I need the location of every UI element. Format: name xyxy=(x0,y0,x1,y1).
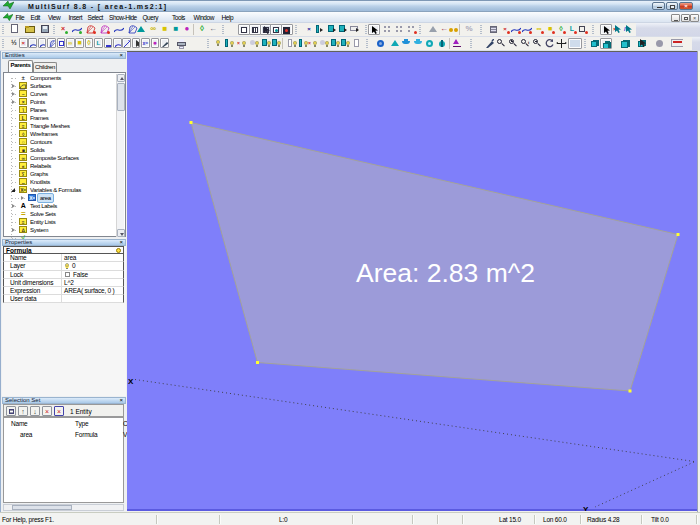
svg-text:Y: Y xyxy=(583,505,589,511)
svg-text:X: X xyxy=(128,377,134,386)
